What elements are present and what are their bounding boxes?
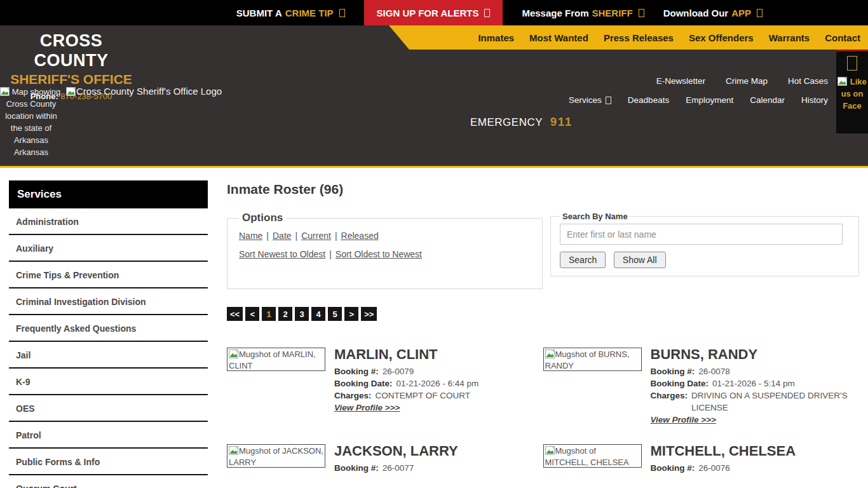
nav-press-releases[interactable]: Press Releases bbox=[604, 32, 674, 43]
sidebar-item-crime-tips[interactable]: Crime Tips & Prevention bbox=[9, 262, 208, 288]
toolbar-row: Options Name|Date|Current|Released Sort … bbox=[227, 212, 859, 289]
nav-employment[interactable]: Employment bbox=[686, 95, 733, 105]
nav-sex-offenders[interactable]: Sex Offenders bbox=[689, 32, 754, 43]
sidebar-item-cid[interactable]: Criminal Investigation Division bbox=[9, 288, 208, 315]
facebook-link[interactable]: Like us on Face bbox=[836, 50, 868, 133]
booking-date-label: Booking Date: bbox=[334, 377, 393, 390]
inmate-card: Mugshot of MITCHELL, CHELSEA MITCHELL, C… bbox=[543, 444, 860, 474]
separator: | bbox=[295, 231, 298, 241]
sidebar-item-auxiliary[interactable]: Auxiliary bbox=[9, 235, 208, 262]
nav-deadbeats[interactable]: Deadbeats bbox=[628, 95, 669, 105]
inmate-details: MITCHELL, CHELSEA Booking #:26-0076 bbox=[651, 444, 796, 474]
sidebar-item-faq[interactable]: Frequently Asked Questions bbox=[9, 315, 208, 342]
show-all-button[interactable]: Show All bbox=[614, 252, 666, 268]
inmate-name: JACKSON, LARRY bbox=[334, 443, 458, 459]
inmate-details: MARLIN, CLINT Booking #:26-0079 Booking … bbox=[334, 348, 478, 425]
page-3-button[interactable]: 3 bbox=[295, 307, 309, 321]
broken-image-icon bbox=[545, 349, 555, 359]
content-area: Services Administration Auxiliary Crime … bbox=[0, 168, 868, 488]
sidebar-item-k9[interactable]: K-9 bbox=[9, 369, 208, 395]
emergency-911: EMERGENCY911 bbox=[470, 116, 573, 129]
nav-history[interactable]: History bbox=[801, 95, 828, 105]
view-profile-link[interactable]: View Profile >>> bbox=[334, 403, 400, 412]
sidebar-item-administration[interactable]: Administration bbox=[9, 208, 208, 235]
options-legend: Options bbox=[239, 212, 286, 224]
separator: | bbox=[335, 231, 337, 241]
booking-number-label: Booking #: bbox=[334, 365, 379, 377]
nav-inmates[interactable]: Inmates bbox=[478, 32, 514, 43]
sheriff-logo-alt-text: Cross County Sheriff's Office Logo bbox=[76, 86, 222, 97]
booking-date-value: 01-21-2026 - 5:14 pm bbox=[712, 377, 795, 390]
filter-released-link[interactable]: Released bbox=[341, 231, 379, 241]
filter-current-link[interactable]: Current bbox=[301, 231, 331, 241]
external-link-icon bbox=[639, 9, 644, 17]
utility-bar: SUBMIT A CRIME TIP SIGN UP FOR ALERTS Me… bbox=[0, 0, 868, 25]
page-prev-button[interactable]: < bbox=[245, 307, 259, 321]
charges-value: CONTEMPT OF COURT bbox=[376, 390, 471, 402]
mugshot-image: Mugshot of JACKSON, LARRY bbox=[227, 444, 325, 468]
download-app-link[interactable]: Download Our APP bbox=[663, 8, 763, 18]
sign-up-alerts-button[interactable]: SIGN UP FOR ALERTS bbox=[364, 0, 503, 25]
sidebar-item-public-forms[interactable]: Public Forms & Info bbox=[9, 449, 208, 475]
broken-image-icon bbox=[0, 87, 10, 97]
page-first-button[interactable]: << bbox=[227, 307, 243, 321]
sort-newest-link[interactable]: Sort Newest to Oldest bbox=[239, 249, 325, 259]
inmate-details: BURNS, RANDY Booking #:26-0078 Booking D… bbox=[651, 348, 860, 425]
broken-image-icon bbox=[229, 446, 239, 456]
secondary-nav-row1: E-Newsletter Crime Map Hot Cases bbox=[656, 76, 828, 86]
sort-links: Sort Newest to Oldest|Sort Oldest to New… bbox=[239, 249, 531, 259]
nav-contact[interactable]: Contact bbox=[825, 32, 860, 43]
inmate-details: JACKSON, LARRY Booking #:26-0077 bbox=[334, 444, 458, 474]
view-profile-link[interactable]: View Profile >>> bbox=[651, 415, 716, 424]
page-title: Inmate Roster (96) bbox=[227, 182, 859, 197]
chevron-down-icon bbox=[606, 97, 611, 104]
main-panel: Inmate Roster (96) Options Name|Date|Cur… bbox=[208, 180, 868, 474]
message-from-sheriff-link[interactable]: Message From SHERIFF bbox=[522, 8, 644, 18]
booking-number-label: Booking #: bbox=[651, 365, 695, 377]
sidebar-item-patrol[interactable]: Patrol bbox=[9, 422, 208, 449]
county-map-alt-text: Map showing Cross County location within… bbox=[5, 87, 60, 157]
page-4-button[interactable]: 4 bbox=[311, 307, 325, 321]
sidebar-item-jail[interactable]: Jail bbox=[9, 342, 208, 369]
nav-enewsletter[interactable]: E-Newsletter bbox=[656, 76, 705, 86]
page-5-button[interactable]: 5 bbox=[328, 307, 342, 321]
mugshot-alt-text: Mugshot of MITCHELL, CHELSEA bbox=[545, 446, 629, 467]
page-next-button[interactable]: > bbox=[344, 307, 358, 321]
inmate-card: Mugshot of JACKSON, LARRY JACKSON, LARRY… bbox=[227, 444, 543, 474]
inmate-card: Mugshot of BURNS, RANDY BURNS, RANDY Boo… bbox=[543, 348, 860, 425]
submit-crime-tip-link[interactable]: SUBMIT A CRIME TIP bbox=[236, 8, 345, 18]
sidebar-item-quorum-court[interactable]: Quorum Court bbox=[9, 475, 208, 488]
broken-image-icon bbox=[66, 87, 76, 97]
nav-hot-cases[interactable]: Hot Cases bbox=[788, 76, 828, 86]
charges-label: Charges: bbox=[334, 390, 372, 402]
options-box: Options Name|Date|Current|Released Sort … bbox=[227, 212, 543, 289]
page-2-button[interactable]: 2 bbox=[278, 307, 292, 321]
page-1-button[interactable]: 1 bbox=[262, 307, 276, 321]
filter-name-link[interactable]: Name bbox=[239, 231, 262, 241]
sort-oldest-link[interactable]: Sort Oldest to Newest bbox=[336, 249, 422, 259]
search-button[interactable]: Search bbox=[560, 252, 606, 268]
sidebar-item-oes[interactable]: OES bbox=[9, 395, 208, 422]
nav-calendar[interactable]: Calendar bbox=[750, 95, 785, 105]
message-prefix: Message From bbox=[522, 8, 588, 18]
office-name: SHERIFF'S OFFICE bbox=[5, 72, 137, 87]
page-last-button[interactable]: >> bbox=[361, 307, 377, 321]
nav-services-dropdown[interactable]: Services bbox=[569, 95, 611, 105]
booking-number-value: 26-0078 bbox=[698, 365, 730, 377]
inmate-card: Mugshot of MARLIN, CLINT MARLIN, CLINT B… bbox=[227, 348, 543, 425]
inmate-name: BURNS, RANDY bbox=[651, 346, 860, 363]
booking-number-value: 26-0076 bbox=[698, 462, 730, 474]
booking-date-value: 01-21-2026 - 6:44 pm bbox=[397, 377, 479, 390]
services-sidebar: Services Administration Auxiliary Crime … bbox=[9, 180, 208, 488]
site-header: Inmates Most Wanted Press Releases Sex O… bbox=[0, 25, 868, 168]
charges-label: Charges: bbox=[651, 390, 688, 414]
filter-date-link[interactable]: Date bbox=[273, 231, 292, 241]
booking-date-label: Booking Date: bbox=[651, 377, 709, 390]
nav-warrants[interactable]: Warrants bbox=[769, 32, 810, 43]
nav-crime-map[interactable]: Crime Map bbox=[726, 76, 768, 86]
mugshot-image: Mugshot of BURNS, RANDY bbox=[543, 348, 642, 371]
search-input[interactable] bbox=[560, 224, 843, 245]
nav-most-wanted[interactable]: Most Wanted bbox=[529, 32, 588, 43]
emergency-label: EMERGENCY bbox=[470, 116, 543, 128]
search-legend: Search By Name bbox=[560, 212, 630, 221]
